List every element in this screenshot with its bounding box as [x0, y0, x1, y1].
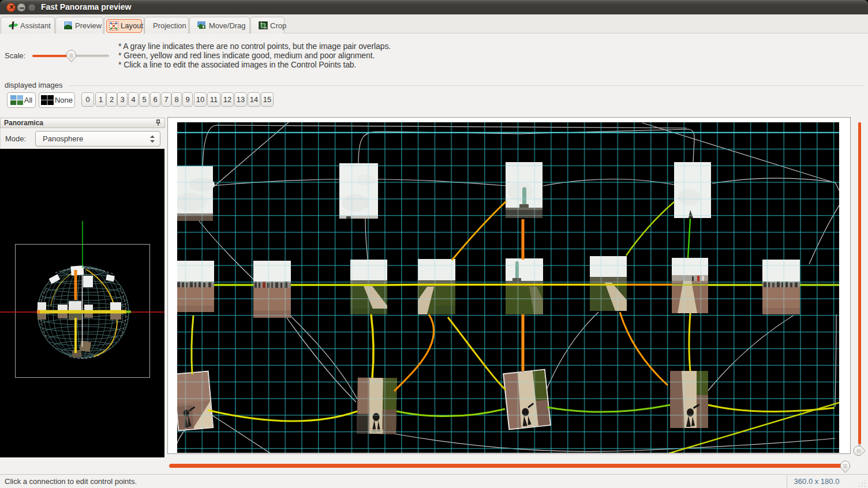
svg-text:GL: GL — [65, 22, 69, 25]
